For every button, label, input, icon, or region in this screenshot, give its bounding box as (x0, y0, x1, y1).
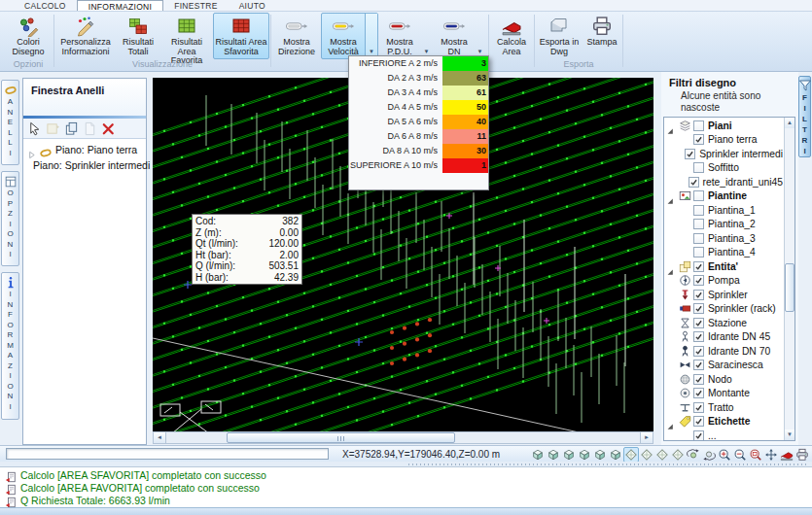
new-icon[interactable] (46, 121, 60, 136)
visibility-checkbox[interactable] (693, 318, 704, 328)
filter-item-row[interactable]: Sprinkler (664, 288, 783, 302)
copy-icon[interactable] (64, 121, 79, 136)
visibility-checkbox[interactable] (693, 430, 704, 441)
pan-icon[interactable] (763, 447, 779, 463)
tab-informazioni[interactable]: INFORMAZIONI (77, 0, 163, 11)
risultati-area-sfavorita-button[interactable]: Risultati Area Sfavorita (213, 13, 269, 59)
print-icon[interactable] (794, 447, 810, 463)
filter-item-row[interactable]: Piantina_2 (664, 218, 783, 232)
view-iso-nw-icon[interactable] (670, 447, 686, 463)
velocity-range-item[interactable]: DA 2 A 3 m/s63 (349, 71, 488, 86)
orbit-icon[interactable] (686, 447, 701, 463)
scrollbar-thumb[interactable] (785, 263, 794, 312)
visibility-checkbox[interactable] (685, 149, 695, 159)
zoom-window-icon[interactable] (748, 447, 763, 463)
velocity-range-item[interactable]: INFERIORE A 2 m/s3 (349, 56, 488, 71)
tree-item-piano[interactable]: Piano: Sprinkler intermedi (23, 157, 146, 173)
mostra-dn-button[interactable]: Mostra DN (435, 14, 474, 58)
mostra-velocita-button[interactable]: Mostra Velocità (322, 14, 365, 58)
colori-disegno-button[interactable]: Colori Disegno (4, 13, 53, 59)
tab-calcolo[interactable]: CALCOLO (14, 0, 77, 11)
view-cube-sw-icon[interactable] (530, 447, 546, 463)
visibility-checkbox[interactable] (693, 261, 704, 272)
filter-item-row[interactable]: Idrante DN 70 (664, 344, 783, 359)
filter-item-row[interactable]: ... (664, 429, 783, 441)
visibility-checkbox[interactable] (693, 331, 704, 342)
visibility-checkbox[interactable] (693, 290, 704, 300)
visibility-checkbox[interactable] (693, 402, 704, 413)
expander-icon[interactable] (664, 121, 676, 130)
view-cube-bottom-icon[interactable] (608, 447, 623, 463)
sidebar-tab-anelli[interactable]: ANELLI (1, 80, 19, 165)
scroll-up-arrow[interactable]: ▲ (785, 118, 794, 128)
mostra-velocita-dropdown-arrow[interactable]: ▼ (365, 14, 377, 58)
view-iso-ne-icon[interactable] (654, 447, 670, 463)
visibility-checkbox[interactable] (693, 275, 704, 286)
filter-item-row[interactable]: Piano terra (664, 133, 783, 148)
velocity-range-item[interactable]: SUPERIORE A 10 m/s1 (349, 158, 488, 173)
mostra-direzione-button[interactable]: Mostra Direzione (272, 13, 321, 59)
visibility-checkbox[interactable] (693, 388, 704, 398)
visibility-checkbox[interactable] (693, 120, 704, 131)
zoom-out-icon[interactable] (732, 447, 748, 463)
visibility-checkbox[interactable] (688, 177, 699, 188)
visibility-checkbox[interactable] (693, 134, 704, 145)
page-icon[interactable] (83, 121, 97, 136)
filter-item-row[interactable]: Piantina_1 (664, 203, 783, 218)
view-iso-sw-icon[interactable] (623, 447, 639, 463)
filter-group-row[interactable]: Entita' (664, 259, 783, 274)
mostra-pdu-button[interactable]: Mostra P.D.U. (379, 14, 420, 58)
expander-icon[interactable] (664, 262, 676, 271)
visibility-checkbox[interactable] (693, 162, 704, 173)
visibility-checkbox[interactable] (693, 374, 704, 385)
visibility-checkbox[interactable] (693, 303, 704, 314)
esporta-dwg-button[interactable]: Esporta in Dwg (536, 13, 583, 59)
cursor-icon[interactable] (27, 121, 42, 136)
filter-item-row[interactable]: Stazione (664, 316, 783, 330)
filter-item-row[interactable]: Pompa (664, 274, 783, 289)
filter-item-row[interactable]: Sprinkler intermedi (664, 147, 783, 161)
view-cube-top-icon[interactable] (592, 447, 608, 463)
mostra-pdu-dropdown-arrow[interactable]: ▼ (420, 14, 433, 58)
visibility-checkbox[interactable] (693, 205, 704, 216)
velocity-range-item[interactable]: DA 6 A 8 m/s11 (349, 129, 488, 144)
expander-icon[interactable] (664, 417, 676, 426)
filter-item-row[interactable]: Nodo (664, 372, 783, 387)
filter-item-row[interactable]: Saracinesca (664, 359, 783, 373)
splitter-grip[interactable] (408, 464, 808, 465)
tab-finestre[interactable]: FINESTRE (163, 0, 228, 11)
view-cube-nw-icon[interactable] (577, 447, 592, 463)
velocity-range-item[interactable]: DA 8 A 10 m/s30 (349, 144, 488, 158)
filter-group-row[interactable]: Piantine (664, 189, 783, 204)
tab-aiuto[interactable]: AIUTO (229, 0, 276, 11)
viewport-horizontal-scrollbar[interactable]: ◄ ► (153, 431, 653, 444)
velocity-range-item[interactable]: DA 4 A 5 m/s50 (349, 100, 488, 115)
sidebar-tab-opzioni[interactable]: OPZIONI (1, 171, 19, 266)
filter-item-row[interactable]: Tratto (664, 400, 783, 415)
view-cube-ne-icon[interactable] (561, 447, 577, 463)
personalizza-informazioni-button[interactable]: Personalizza Informazioni (55, 13, 116, 59)
risultati-totali-button[interactable]: Risultati Totali (116, 13, 160, 59)
scroll-down-arrow[interactable]: ▼ (785, 429, 794, 440)
velocity-range-item[interactable]: DA 5 A 6 m/s40 (349, 115, 488, 129)
visibility-checkbox[interactable] (693, 360, 704, 370)
filter-item-row[interactable]: Idrante DN 45 (664, 330, 783, 345)
sidebar-tab-informazioni[interactable]: INFORMAZIONI (1, 272, 19, 420)
stampa-button[interactable]: Stampa (583, 13, 621, 59)
visibility-checkbox[interactable] (693, 219, 704, 229)
filter-item-row[interactable]: Piantina_3 (664, 231, 783, 246)
velocity-range-item[interactable]: DA 3 A 4 m/s61 (349, 86, 488, 100)
visibility-checkbox[interactable] (693, 346, 704, 357)
view-iso-se-icon[interactable] (639, 447, 654, 463)
tree-item-piano[interactable]: Piano: Piano terra (23, 142, 146, 157)
scroll-right-arrow[interactable]: ► (640, 432, 653, 443)
filter-item-row[interactable]: Soffitto (664, 161, 783, 176)
risultati-area-favorita-button[interactable]: Risultati Area Favorita (160, 13, 213, 59)
scroll-left-arrow[interactable]: ◄ (154, 432, 166, 443)
mostra-dn-dropdown-arrow[interactable]: ▼ (474, 14, 486, 58)
delete-icon[interactable] (101, 121, 116, 136)
visibility-checkbox[interactable] (693, 233, 704, 244)
visibility-checkbox[interactable] (693, 190, 704, 201)
filter-group-row[interactable]: Piani (664, 119, 783, 133)
visibility-checkbox[interactable] (693, 247, 704, 258)
